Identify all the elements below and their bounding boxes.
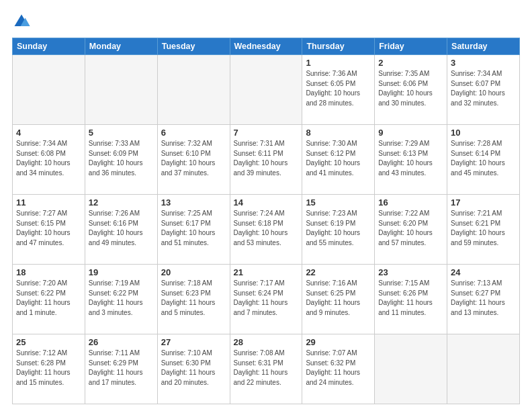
- day-number: 18: [16, 267, 81, 277]
- day-info: Sunrise: 7:35 AM Sunset: 6:06 PM Dayligh…: [378, 69, 443, 108]
- calendar-day-cell: 12Sunrise: 7:26 AM Sunset: 6:16 PM Dayli…: [85, 195, 157, 265]
- calendar-day-cell: [13, 55, 85, 125]
- calendar-week-row: 25Sunrise: 7:12 AM Sunset: 6:28 PM Dayli…: [13, 334, 520, 404]
- day-info: Sunrise: 7:34 AM Sunset: 6:07 PM Dayligh…: [451, 69, 516, 108]
- calendar-day-cell: 7Sunrise: 7:31 AM Sunset: 6:11 PM Daylig…: [230, 125, 302, 195]
- calendar-day-cell: 23Sunrise: 7:15 AM Sunset: 6:26 PM Dayli…: [375, 265, 447, 334]
- calendar-day-cell: [447, 334, 520, 404]
- day-info: Sunrise: 7:12 AM Sunset: 6:28 PM Dayligh…: [16, 349, 81, 387]
- day-number: 21: [234, 267, 299, 277]
- day-info: Sunrise: 7:25 AM Sunset: 6:17 PM Dayligh…: [161, 209, 226, 248]
- calendar-day-cell: 4Sunrise: 7:34 AM Sunset: 6:08 PM Daylig…: [13, 125, 85, 195]
- calendar-day-cell: 1Sunrise: 7:36 AM Sunset: 6:05 PM Daylig…: [302, 55, 375, 125]
- logo-icon: [12, 12, 31, 31]
- day-info: Sunrise: 7:08 AM Sunset: 6:31 PM Dayligh…: [234, 349, 299, 387]
- day-number: 7: [234, 128, 299, 138]
- day-number: 16: [378, 197, 443, 208]
- day-info: Sunrise: 7:07 AM Sunset: 6:32 PM Dayligh…: [306, 349, 371, 387]
- page: SundayMondayTuesdayWednesdayThursdayFrid…: [0, 0, 532, 411]
- calendar-day-cell: 26Sunrise: 7:11 AM Sunset: 6:29 PM Dayli…: [85, 334, 157, 404]
- calendar-day-cell: 16Sunrise: 7:22 AM Sunset: 6:20 PM Dayli…: [375, 195, 447, 265]
- calendar-day-cell: 14Sunrise: 7:24 AM Sunset: 6:18 PM Dayli…: [230, 195, 302, 265]
- day-info: Sunrise: 7:27 AM Sunset: 6:15 PM Dayligh…: [16, 209, 81, 248]
- day-number: 5: [89, 128, 154, 138]
- day-number: 23: [378, 267, 443, 277]
- day-info: Sunrise: 7:15 AM Sunset: 6:26 PM Dayligh…: [378, 279, 443, 318]
- day-info: Sunrise: 7:28 AM Sunset: 6:14 PM Dayligh…: [451, 139, 516, 178]
- day-info: Sunrise: 7:30 AM Sunset: 6:12 PM Dayligh…: [306, 139, 371, 178]
- day-number: 1: [306, 58, 371, 68]
- day-number: 28: [234, 337, 299, 347]
- calendar-week-row: 4Sunrise: 7:34 AM Sunset: 6:08 PM Daylig…: [13, 125, 520, 195]
- calendar-day-cell: 6Sunrise: 7:32 AM Sunset: 6:10 PM Daylig…: [157, 125, 230, 195]
- calendar-day-cell: 20Sunrise: 7:18 AM Sunset: 6:23 PM Dayli…: [157, 265, 230, 334]
- calendar-day-cell: [375, 334, 447, 404]
- day-info: Sunrise: 7:31 AM Sunset: 6:11 PM Dayligh…: [234, 139, 299, 178]
- day-number: 14: [234, 197, 299, 208]
- logo: [12, 12, 34, 31]
- day-info: Sunrise: 7:36 AM Sunset: 6:05 PM Dayligh…: [306, 69, 371, 108]
- calendar-week-row: 18Sunrise: 7:20 AM Sunset: 6:22 PM Dayli…: [13, 265, 520, 334]
- day-info: Sunrise: 7:29 AM Sunset: 6:13 PM Dayligh…: [378, 139, 443, 178]
- calendar-day-cell: 25Sunrise: 7:12 AM Sunset: 6:28 PM Dayli…: [13, 334, 85, 404]
- calendar-day-cell: 9Sunrise: 7:29 AM Sunset: 6:13 PM Daylig…: [375, 125, 447, 195]
- calendar-header-cell: Monday: [85, 38, 157, 55]
- calendar-header-cell: Saturday: [447, 38, 520, 55]
- day-info: Sunrise: 7:22 AM Sunset: 6:20 PM Dayligh…: [378, 209, 443, 248]
- calendar-header-cell: Wednesday: [230, 38, 302, 55]
- calendar-day-cell: 13Sunrise: 7:25 AM Sunset: 6:17 PM Dayli…: [157, 195, 230, 265]
- day-info: Sunrise: 7:19 AM Sunset: 6:22 PM Dayligh…: [89, 279, 154, 318]
- calendar-table: SundayMondayTuesdayWednesdayThursdayFrid…: [12, 38, 520, 404]
- calendar-day-cell: 10Sunrise: 7:28 AM Sunset: 6:14 PM Dayli…: [447, 125, 520, 195]
- calendar-day-cell: 22Sunrise: 7:16 AM Sunset: 6:25 PM Dayli…: [302, 265, 375, 334]
- day-info: Sunrise: 7:17 AM Sunset: 6:24 PM Dayligh…: [234, 279, 299, 318]
- calendar-day-cell: [157, 55, 230, 125]
- day-number: 8: [306, 128, 371, 138]
- calendar-day-cell: 18Sunrise: 7:20 AM Sunset: 6:22 PM Dayli…: [13, 265, 85, 334]
- day-info: Sunrise: 7:23 AM Sunset: 6:19 PM Dayligh…: [306, 209, 371, 248]
- calendar-day-cell: 11Sunrise: 7:27 AM Sunset: 6:15 PM Dayli…: [13, 195, 85, 265]
- calendar-day-cell: [85, 55, 157, 125]
- calendar-day-cell: 5Sunrise: 7:33 AM Sunset: 6:09 PM Daylig…: [85, 125, 157, 195]
- calendar-day-cell: 27Sunrise: 7:10 AM Sunset: 6:30 PM Dayli…: [157, 334, 230, 404]
- calendar-day-cell: 19Sunrise: 7:19 AM Sunset: 6:22 PM Dayli…: [85, 265, 157, 334]
- header: [12, 12, 520, 31]
- calendar-week-row: 1Sunrise: 7:36 AM Sunset: 6:05 PM Daylig…: [13, 55, 520, 125]
- day-info: Sunrise: 7:11 AM Sunset: 6:29 PM Dayligh…: [89, 349, 154, 387]
- day-number: 6: [161, 128, 226, 138]
- calendar-header-cell: Tuesday: [157, 38, 230, 55]
- day-info: Sunrise: 7:33 AM Sunset: 6:09 PM Dayligh…: [89, 139, 154, 178]
- day-info: Sunrise: 7:16 AM Sunset: 6:25 PM Dayligh…: [306, 279, 371, 318]
- calendar-day-cell: 21Sunrise: 7:17 AM Sunset: 6:24 PM Dayli…: [230, 265, 302, 334]
- day-info: Sunrise: 7:34 AM Sunset: 6:08 PM Dayligh…: [16, 139, 81, 178]
- day-info: Sunrise: 7:24 AM Sunset: 6:18 PM Dayligh…: [234, 209, 299, 248]
- calendar-day-cell: 8Sunrise: 7:30 AM Sunset: 6:12 PM Daylig…: [302, 125, 375, 195]
- day-info: Sunrise: 7:18 AM Sunset: 6:23 PM Dayligh…: [161, 279, 226, 318]
- day-number: 26: [89, 337, 154, 347]
- calendar-day-cell: [230, 55, 302, 125]
- calendar-header-row: SundayMondayTuesdayWednesdayThursdayFrid…: [13, 38, 520, 55]
- day-number: 15: [306, 197, 371, 208]
- day-number: 24: [451, 267, 516, 277]
- calendar-day-cell: 2Sunrise: 7:35 AM Sunset: 6:06 PM Daylig…: [375, 55, 447, 125]
- day-info: Sunrise: 7:26 AM Sunset: 6:16 PM Dayligh…: [89, 209, 154, 248]
- calendar-day-cell: 15Sunrise: 7:23 AM Sunset: 6:19 PM Dayli…: [302, 195, 375, 265]
- calendar-week-row: 11Sunrise: 7:27 AM Sunset: 6:15 PM Dayli…: [13, 195, 520, 265]
- day-number: 2: [378, 58, 443, 68]
- calendar-day-cell: 24Sunrise: 7:13 AM Sunset: 6:27 PM Dayli…: [447, 265, 520, 334]
- day-number: 11: [16, 197, 81, 208]
- calendar-day-cell: 3Sunrise: 7:34 AM Sunset: 6:07 PM Daylig…: [447, 55, 520, 125]
- day-number: 27: [161, 337, 226, 347]
- day-number: 10: [451, 128, 516, 138]
- day-info: Sunrise: 7:21 AM Sunset: 6:21 PM Dayligh…: [451, 209, 516, 248]
- day-number: 12: [89, 197, 154, 208]
- calendar-header-cell: Thursday: [302, 38, 375, 55]
- day-info: Sunrise: 7:13 AM Sunset: 6:27 PM Dayligh…: [451, 279, 516, 318]
- calendar-body: 1Sunrise: 7:36 AM Sunset: 6:05 PM Daylig…: [13, 55, 520, 404]
- calendar-day-cell: 29Sunrise: 7:07 AM Sunset: 6:32 PM Dayli…: [302, 334, 375, 404]
- day-number: 29: [306, 337, 371, 347]
- day-info: Sunrise: 7:10 AM Sunset: 6:30 PM Dayligh…: [161, 349, 226, 387]
- day-number: 25: [16, 337, 81, 347]
- day-number: 20: [161, 267, 226, 277]
- day-number: 3: [451, 58, 516, 68]
